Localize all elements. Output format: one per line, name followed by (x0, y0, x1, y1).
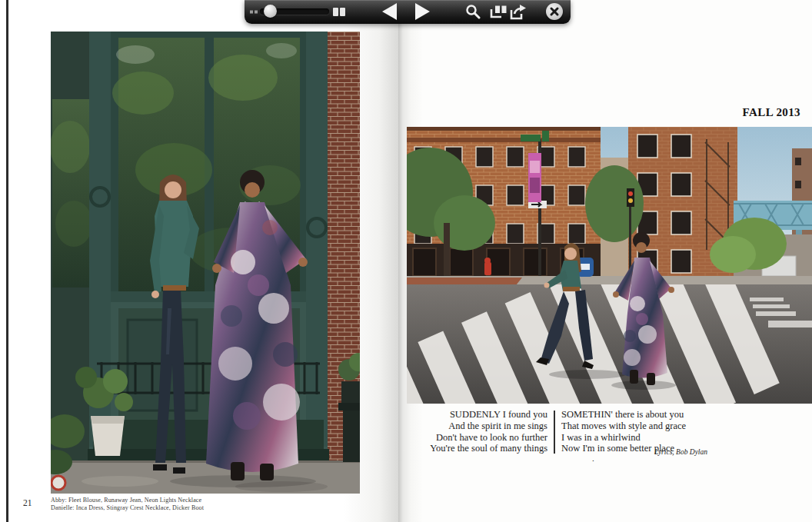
page-number: 21 (23, 498, 32, 507)
poem-left-column: SUDDENLY I found you And the spirit in m… (421, 409, 547, 454)
prev-page-button[interactable] (382, 3, 397, 20)
left-photo-illustration (51, 32, 360, 494)
caption-line-2: Danielle: Inca Dress, Stingray Crest Nec… (51, 504, 204, 512)
zoom-out-icon[interactable] (250, 9, 258, 15)
poem-line: You're the soul of many things (421, 443, 547, 454)
right-page[interactable]: FALL 2013 (398, 0, 812, 522)
poem-line: That moves with style and grace (561, 421, 686, 432)
left-page[interactable]: Abby: Fleet Blouse, Runaway Jean, Neon L… (8, 0, 398, 522)
next-page-button[interactable] (415, 3, 430, 20)
right-photo-illustration (407, 127, 812, 404)
poem-line: Don't have to look no further (421, 432, 547, 444)
magazine-viewer: Abby: Fleet Blouse, Runaway Jean, Neon L… (0, 0, 812, 522)
caption-line-1: Abby: Fleet Blouse, Runaway Jean, Neon L… (51, 497, 204, 504)
footnote-dot: . (592, 454, 594, 463)
search-icon[interactable] (465, 4, 481, 19)
zoom-in-icon[interactable] (333, 7, 346, 17)
poem-line: And the spirit in me sings (421, 421, 547, 432)
poem-line: SOMETHIN' there is about you (561, 409, 686, 421)
right-photo[interactable] (407, 127, 812, 404)
poem-divider (554, 411, 555, 454)
poem-line: I was in a whirlwind (561, 432, 686, 444)
close-x-icon (546, 3, 563, 20)
outfit-caption: Abby: Fleet Blouse, Runaway Jean, Neon L… (51, 497, 204, 511)
close-button[interactable] (546, 3, 563, 20)
share-icon[interactable] (510, 4, 528, 20)
viewer-toolbar (245, 0, 571, 24)
left-photo[interactable] (51, 32, 360, 494)
zoom-slider-knob[interactable] (264, 5, 277, 18)
lyrics-attribution: Lyrics, Bob Dylan (584, 448, 707, 456)
spread-view-icon[interactable] (490, 5, 508, 18)
season-header: FALL 2013 (743, 106, 800, 119)
poem-line: SUDDENLY I found you (421, 409, 547, 421)
